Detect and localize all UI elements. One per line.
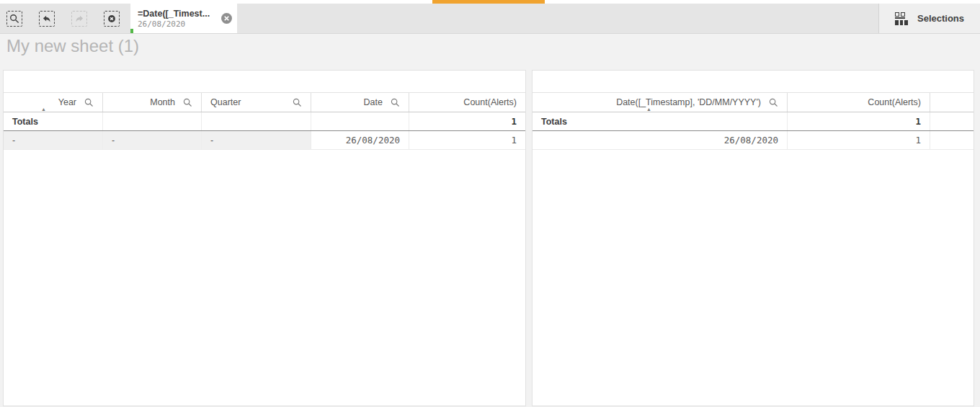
table-header-row: ▲ Date([_Timestamp], 'DD/MM/YYYY') Count… — [533, 92, 974, 112]
search-icon[interactable] — [769, 98, 778, 107]
column-header-month[interactable]: Month — [103, 93, 202, 112]
totals-label-cell: Totals — [533, 112, 788, 130]
step-forward-button[interactable] — [71, 11, 87, 27]
chip-field-expression: =Date([_Timest... — [138, 9, 220, 19]
selection-tools — [0, 4, 130, 33]
search-icon[interactable] — [293, 98, 302, 107]
column-label: Date([_Timestamp], 'DD/MM/YYYY') — [616, 97, 761, 107]
column-label: Count(Alerts) — [463, 97, 517, 107]
column-header-year[interactable]: ▲ Year — [4, 93, 103, 112]
column-header-count-alerts[interactable]: Count(Alerts) — [788, 93, 930, 112]
search-icon — [9, 14, 19, 24]
column-label: Year — [58, 97, 76, 107]
chip-close-icon[interactable] — [220, 12, 233, 24]
selection-state-indicator — [130, 29, 133, 33]
table-row: - - - 26/08/2020 1 — [4, 131, 525, 150]
table-title-area — [4, 71, 525, 92]
column-header-empty — [930, 93, 974, 112]
cell-date[interactable]: 26/08/2020 — [533, 131, 788, 149]
table-header-row: ▲ Year Month Quarter Date Count(Alerts) — [4, 92, 525, 112]
totals-value-cell: 1 — [409, 112, 525, 130]
totals-cell — [103, 112, 202, 130]
sort-ascending-icon: ▲ — [646, 107, 651, 112]
column-label: Month — [150, 97, 175, 107]
selections-tool-button[interactable]: Selections — [878, 4, 980, 33]
totals-cell — [202, 112, 311, 130]
column-label: Quarter — [210, 97, 241, 107]
totals-label-cell: Totals — [4, 112, 103, 130]
selections-button-label: Selections — [917, 13, 964, 24]
sheet-title: My new sheet (1) — [6, 36, 139, 56]
cell-count-alerts: 1 — [409, 131, 525, 149]
cell-year: - — [4, 131, 103, 149]
column-header-date[interactable]: Date — [311, 93, 409, 112]
clear-selections-button[interactable] — [104, 11, 120, 27]
search-icon[interactable] — [391, 98, 400, 107]
totals-row: Totals 1 — [4, 112, 525, 131]
cell-date[interactable]: 26/08/2020 — [311, 131, 409, 149]
totals-cell — [930, 112, 974, 130]
cell-empty — [930, 131, 974, 149]
cell-month: - — [103, 131, 202, 149]
search-icon[interactable] — [183, 98, 192, 107]
cell-quarter: - — [202, 131, 311, 149]
smart-search-button[interactable] — [6, 11, 22, 27]
clear-selections-icon — [107, 14, 117, 24]
toolbar-spacer — [237, 4, 878, 33]
straight-table-right: ▲ Date([_Timestamp], 'DD/MM/YYYY') Count… — [532, 70, 974, 406]
column-label: Count(Alerts) — [868, 97, 921, 107]
current-selection-chip[interactable]: =Date([_Timest... 26/08/2020 — [130, 4, 237, 33]
undo-icon — [42, 14, 52, 24]
straight-table-left: ▲ Year Month Quarter Date Count(Alerts) … — [3, 70, 526, 406]
step-back-button[interactable] — [39, 11, 55, 27]
column-label: Date — [364, 97, 383, 107]
chip-text: =Date([_Timest... 26/08/2020 — [138, 9, 220, 29]
column-header-count-alerts[interactable]: Count(Alerts) — [409, 93, 525, 112]
column-header-quarter[interactable]: Quarter — [202, 93, 311, 112]
table-row: 26/08/2020 1 — [533, 131, 974, 150]
selections-grid-icon — [895, 12, 908, 25]
toolbar: =Date([_Timest... 26/08/2020 Selections — [0, 4, 980, 34]
totals-row: Totals 1 — [533, 112, 974, 131]
table-title-area — [533, 71, 974, 92]
chip-selected-value: 26/08/2020 — [138, 19, 220, 29]
totals-value-cell: 1 — [788, 112, 930, 130]
cell-count-alerts: 1 — [788, 131, 930, 149]
column-header-timestamp-date[interactable]: ▲ Date([_Timestamp], 'DD/MM/YYYY') — [533, 93, 788, 112]
search-icon[interactable] — [84, 98, 94, 107]
redo-icon — [74, 14, 84, 24]
sort-ascending-icon: ▲ — [41, 107, 46, 112]
totals-cell — [311, 112, 409, 130]
